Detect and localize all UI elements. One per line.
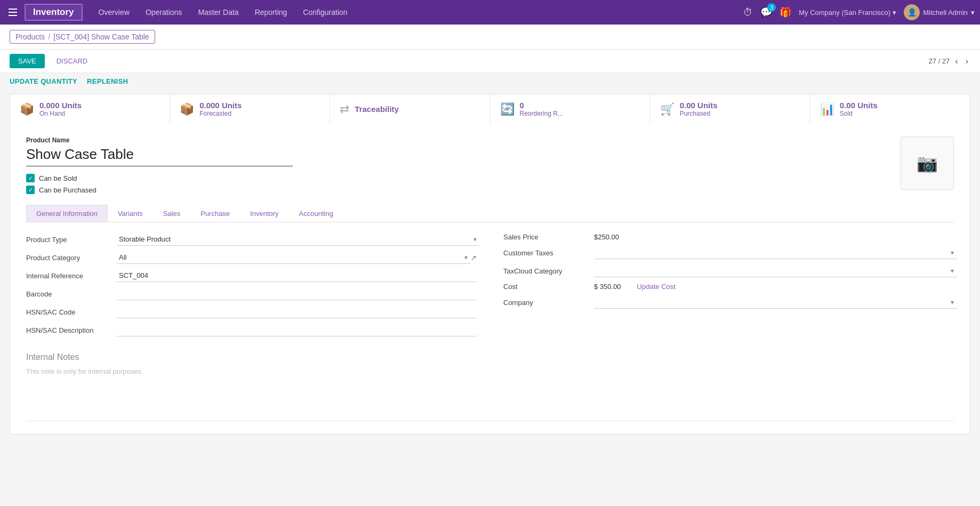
- taxcloud-category-row: TaxCloud Category ▾: [503, 264, 954, 277]
- grid-menu-icon[interactable]: [5, 5, 20, 20]
- can-be-purchased-checkbox[interactable]: [26, 186, 35, 194]
- tab-inventory[interactable]: Inventory: [240, 205, 288, 222]
- pagination-prev-button[interactable]: ‹: [953, 57, 960, 66]
- subaction-bar: UPDATE QUANTITY REPLENISH: [0, 73, 980, 90]
- product-name-underline: [26, 166, 293, 166]
- customer-taxes-select[interactable]: [594, 246, 957, 259]
- chat-icon[interactable]: 💬 3: [760, 6, 772, 18]
- menu-reporting[interactable]: Reporting: [248, 5, 294, 20]
- user-menu[interactable]: 👤 Mitchell Admin ▾: [904, 4, 975, 20]
- traceability-value: Traceability: [355, 105, 399, 114]
- main-content: 📦 0.000 Units On Hand 📦 0.000 Units Fore…: [0, 94, 980, 451]
- stat-sold[interactable]: 📊 0.00 Units Sold: [810, 94, 970, 124]
- clock-icon[interactable]: ⏱: [743, 7, 753, 18]
- forecasted-label: Forecasted: [199, 110, 242, 117]
- hsn-sac-desc-label: HSN/SAC Description: [26, 326, 111, 334]
- action-bar: SAVE DISCARD 27 / 27 ‹ ›: [0, 50, 980, 73]
- pagination: 27 / 27 ‹ ›: [929, 57, 970, 66]
- form-left: Product Type Storable Product ▾ Product …: [26, 233, 477, 336]
- can-be-purchased-label: Can be Purchased: [39, 186, 97, 194]
- purchased-icon: 🛒: [660, 102, 674, 116]
- notification-badge: 3: [767, 3, 776, 12]
- menu-overview[interactable]: Overview: [92, 5, 136, 20]
- tabs: General Information Variants Sales Purch…: [26, 205, 954, 222]
- internal-reference-label: Internal Reference: [26, 272, 111, 280]
- stat-on-hand[interactable]: 📦 0.000 Units On Hand: [10, 94, 170, 124]
- barcode-row: Barcode: [26, 287, 477, 300]
- product-card: Product Name Show Case Table Can be Sold…: [10, 124, 970, 435]
- pagination-text: 27 / 27: [929, 57, 950, 65]
- taxcloud-category-label: TaxCloud Category: [503, 267, 589, 275]
- internal-notes-title: Internal Notes: [26, 352, 954, 362]
- user-chevron-icon: ▾: [971, 9, 975, 17]
- company-selector[interactable]: My Company (San Francisco) ▾: [799, 9, 896, 17]
- company-select[interactable]: [594, 296, 957, 309]
- sold-value: 0.00 Units: [840, 101, 878, 110]
- purchased-value: 0.00 Units: [680, 101, 718, 110]
- product-name-label: Product Name: [26, 136, 901, 144]
- internal-notes-underline: [26, 421, 954, 421]
- sales-price-value[interactable]: $250.00: [594, 233, 619, 241]
- product-type-label: Product Type: [26, 236, 111, 244]
- menu-configuration[interactable]: Configuration: [296, 5, 354, 20]
- stat-traceability[interactable]: ⇄ Traceability: [330, 94, 490, 124]
- product-type-select[interactable]: Storable Product: [117, 233, 480, 246]
- tab-variants[interactable]: Variants: [108, 205, 153, 222]
- pagination-next-button[interactable]: ›: [963, 57, 970, 66]
- camera-icon: 📷: [917, 153, 938, 173]
- product-category-external-link-icon[interactable]: ↗: [471, 254, 477, 262]
- company-label: Company: [503, 299, 589, 307]
- topnav: Inventory Overview Operations Master Dat…: [0, 0, 980, 25]
- sales-price-row: Sales Price $250.00: [503, 233, 954, 241]
- hsn-sac-code-input[interactable]: [117, 306, 477, 318]
- on-hand-label: On Hand: [39, 110, 82, 117]
- topnav-right: ⏱ 💬 3 🎁 My Company (San Francisco) ▾ 👤 M…: [743, 4, 975, 20]
- menu-operations[interactable]: Operations: [139, 5, 188, 20]
- product-category-row: Product Category All ▾ ↗: [26, 251, 477, 264]
- internal-reference-input[interactable]: [117, 269, 477, 282]
- stat-forecasted[interactable]: 📦 0.000 Units Forecasted: [170, 94, 330, 124]
- internal-reference-row: Internal Reference: [26, 269, 477, 282]
- gift-icon[interactable]: 🎁: [780, 6, 791, 18]
- customer-taxes-row: Customer Taxes ▾: [503, 246, 954, 259]
- internal-notes-section: Internal Notes This note is only for int…: [26, 352, 954, 421]
- hsn-sac-desc-input[interactable]: [117, 324, 477, 336]
- company-row: Company ▾: [503, 296, 954, 309]
- top-menu: Overview Operations Master Data Reportin…: [92, 5, 744, 20]
- cost-value[interactable]: $ 350.00: [594, 283, 621, 291]
- barcode-input[interactable]: [117, 287, 477, 300]
- breadcrumb-parent[interactable]: Products: [15, 33, 45, 41]
- tab-accounting[interactable]: Accounting: [289, 205, 343, 222]
- tab-purchase[interactable]: Purchase: [190, 205, 240, 222]
- stat-purchased[interactable]: 🛒 0.00 Units Purchased: [650, 94, 810, 124]
- taxcloud-category-select[interactable]: [594, 264, 957, 277]
- on-hand-value: 0.000 Units: [39, 101, 82, 110]
- on-hand-icon: 📦: [20, 102, 34, 116]
- product-header-row: Product Name Show Case Table Can be Sold…: [26, 136, 954, 205]
- tab-sales[interactable]: Sales: [153, 205, 191, 222]
- menu-master-data[interactable]: Master Data: [191, 5, 245, 20]
- product-image[interactable]: 📷: [901, 136, 954, 190]
- checkboxes: Can be Sold Can be Purchased: [26, 174, 901, 194]
- product-category-select[interactable]: All: [117, 251, 471, 264]
- update-cost-button[interactable]: Update Cost: [637, 283, 676, 291]
- product-category-label: Product Category: [26, 254, 111, 262]
- app-name[interactable]: Inventory: [25, 4, 83, 21]
- can-be-sold-row: Can be Sold: [26, 174, 901, 182]
- discard-button[interactable]: DISCARD: [51, 54, 93, 68]
- update-quantity-button[interactable]: UPDATE QUANTITY: [10, 77, 77, 85]
- product-name-field[interactable]: Show Case Table: [26, 146, 901, 163]
- save-button[interactable]: SAVE: [10, 54, 45, 68]
- customer-taxes-label: Customer Taxes: [503, 249, 589, 257]
- can-be-sold-label: Can be Sold: [39, 174, 77, 182]
- stat-reordering[interactable]: 🔄 0 Reordering R...: [491, 94, 650, 124]
- can-be-sold-checkbox[interactable]: [26, 174, 35, 182]
- internal-notes-placeholder[interactable]: This note is only for internal purposes.: [26, 367, 954, 399]
- reordering-icon: 🔄: [500, 102, 515, 116]
- forecasted-icon: 📦: [180, 102, 194, 116]
- avatar: 👤: [904, 4, 920, 20]
- replenish-button[interactable]: REPLENISH: [87, 77, 128, 85]
- tab-general-information[interactable]: General Information: [26, 205, 108, 222]
- form-grid: Product Type Storable Product ▾ Product …: [26, 233, 954, 336]
- cost-row: Cost $ 350.00 Update Cost: [503, 283, 954, 291]
